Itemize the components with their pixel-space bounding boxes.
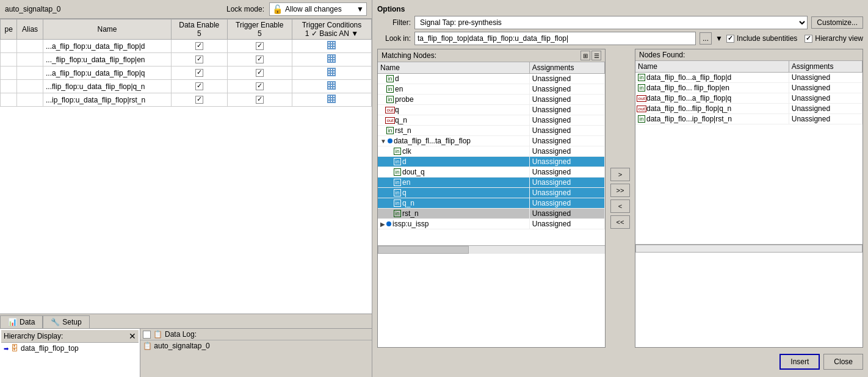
- col-trigger-enable: Trigger Enable5: [227, 20, 292, 40]
- table-row[interactable]: inen Unassigned: [378, 84, 605, 95]
- filter-select[interactable]: Signal Tap: pre-synthesis: [414, 16, 808, 29]
- trigger-cond-icon: [327, 95, 336, 103]
- table-row[interactable]: ...ip_flop:u_data_flip_flop|rst_n: [1, 93, 372, 107]
- table-row[interactable]: indata_flip_flo... flip_flop|en Unassign…: [635, 83, 863, 93]
- data-enable-cb[interactable]: [195, 42, 203, 50]
- hierarchy-view-cb[interactable]: ✓: [805, 35, 812, 43]
- data-enable-cb[interactable]: [195, 96, 203, 104]
- data-log-item[interactable]: 📋 auto_signaltap_0: [140, 340, 372, 351]
- table-row[interactable]: inclk Unassigned: [378, 146, 605, 157]
- table-row[interactable]: inen Unassigned: [378, 178, 605, 188]
- table-row[interactable]: ...flip_flop:u_data_flip_flop|q_n: [1, 80, 372, 93]
- table-row[interactable]: ind Unassigned: [378, 157, 605, 167]
- table-row[interactable]: ...a_flip_flop:u_data_flip_flop|q: [1, 66, 372, 80]
- table-row[interactable]: ▶ issp:u_issp Unassigned: [378, 219, 605, 229]
- hierarchy-display-title: Hierarchy Display:: [4, 332, 63, 340]
- table-row[interactable]: outq Unassigned: [378, 105, 605, 115]
- matching-nodes-scroll[interactable]: Name Assignments ind Unassigned inen Una…: [378, 62, 605, 245]
- matching-view-btn1[interactable]: ⊞: [580, 51, 590, 60]
- transfer-left-btn[interactable]: <: [610, 199, 630, 213]
- table-row[interactable]: ind Unassigned: [378, 74, 605, 84]
- hierarchy-view-label[interactable]: ✓ Hierarchy view: [805, 34, 863, 43]
- include-subentities-cb[interactable]: ✓: [726, 35, 734, 43]
- matching-nodes-header: Matching Nodes: ⊞ ☰: [378, 49, 605, 62]
- col-trigger-conditions: Trigger Conditions1 ✓ Basic AN ▼: [292, 20, 371, 40]
- expand-arrow[interactable]: ▶: [380, 221, 385, 228]
- table-row[interactable]: indata_flip_flo...a_flip_flop|d Unassign…: [635, 73, 863, 83]
- filter-label: Filter:: [377, 18, 411, 27]
- trigger-enable-cb[interactable]: [256, 82, 264, 90]
- output-icon: out: [386, 106, 394, 113]
- trigger-enable-cb[interactable]: [256, 69, 264, 77]
- trigger-enable-cb[interactable]: [256, 42, 264, 50]
- matching-nodes-table: Name Assignments ind Unassigned inen Una…: [378, 62, 605, 229]
- output-icon: out: [638, 95, 645, 102]
- hierarchy-item[interactable]: ➡ 🗄 data_flip_flop_top: [1, 343, 139, 354]
- nodes-found-scroll[interactable]: Name Assignments indata_flip_flo...a_fli…: [635, 61, 863, 244]
- trigger-enable-cb[interactable]: [256, 56, 264, 63]
- options-checkboxes: ✓ Include subentities ✓ Hierarchy view: [726, 34, 863, 43]
- table-row[interactable]: ...a_flip_flop:u_data_flip_flop|d: [1, 40, 372, 53]
- data-enable-cb[interactable]: [195, 69, 203, 77]
- insert-button[interactable]: Insert: [779, 354, 820, 370]
- found-name-header: Name: [635, 61, 789, 73]
- lock-mode-label: Lock mode:: [226, 5, 264, 13]
- close-button[interactable]: Close: [823, 354, 863, 370]
- lookin-input[interactable]: [414, 32, 696, 45]
- transfer-left-all-btn[interactable]: <<: [610, 215, 630, 229]
- node-name-cell: ...ip_flop:u_data_flip_flop|rst_n: [43, 93, 171, 107]
- hierarchy-arrow-icon: ➡: [4, 345, 9, 352]
- customize-button[interactable]: Customize...: [811, 16, 863, 29]
- col-type: pe: [1, 20, 17, 40]
- data-enable-cb[interactable]: [195, 82, 203, 90]
- col-alias: Alias: [17, 20, 43, 40]
- dropdown-icon: ▼: [715, 34, 723, 43]
- table-row[interactable]: outq_n Unassigned: [378, 115, 605, 126]
- bottom-tabs: 📊 Data 🔧 Setup: [0, 314, 372, 328]
- include-subentities-label[interactable]: ✓ Include subentities: [726, 34, 797, 43]
- found-scrollbar-h[interactable]: [635, 244, 863, 253]
- data-tab-icon: 📊: [8, 318, 17, 326]
- input-icon: in: [386, 75, 394, 82]
- hierarchy-item-label: data_flip_flop_top: [21, 344, 79, 353]
- transfer-right-all-btn[interactable]: >>: [610, 184, 630, 197]
- data-log-file-icon: 📋: [143, 342, 152, 350]
- trigger-cond-icon: [327, 81, 336, 90]
- right-panel: Options Filter: Signal Tap: pre-synthesi…: [372, 0, 868, 377]
- data-enable-cb[interactable]: [195, 56, 203, 63]
- trigger-cond-icon: [327, 41, 336, 49]
- matching-scrollbar-h[interactable]: [378, 245, 605, 254]
- panel-icons: ⊞ ☰: [580, 51, 601, 60]
- table-row[interactable]: indout_q Unassigned: [378, 167, 605, 178]
- hierarchy-view-text: Hierarchy view: [815, 34, 863, 43]
- table-row[interactable]: inq_n Unassigned: [378, 198, 605, 209]
- input-icon: in: [394, 210, 401, 217]
- input-icon: in: [394, 168, 401, 176]
- matching-view-btn2[interactable]: ☰: [591, 51, 601, 60]
- table-row[interactable]: inrst_n Unassigned: [378, 126, 605, 136]
- lock-mode-select[interactable]: 🔓 Allow all changes ▼: [269, 2, 367, 16]
- table-row[interactable]: inq Unassigned: [378, 188, 605, 198]
- table-row[interactable]: inprobe Unassigned: [378, 95, 605, 105]
- main-table-container: pe Alias Name Data Enable5 Trigger Enabl…: [0, 19, 372, 314]
- input-icon: in: [638, 115, 645, 123]
- browse-button[interactable]: ...: [700, 32, 712, 45]
- data-tab-label: Data: [20, 318, 35, 326]
- transfer-right-btn[interactable]: >: [610, 168, 630, 181]
- tab-data[interactable]: 📊 Data: [0, 315, 43, 328]
- expand-arrow[interactable]: ▼: [380, 138, 386, 145]
- tab-setup[interactable]: 🔧 Setup: [43, 315, 89, 328]
- table-row[interactable]: outdata_flip_flo...flip_flop|q_n Unassig…: [635, 104, 863, 114]
- hierarchy-close-btn[interactable]: ✕: [129, 331, 136, 341]
- data-log-checkbox[interactable]: [143, 331, 151, 339]
- table-row[interactable]: ..._flip_flop:u_data_flip_flop|en: [1, 53, 372, 66]
- transfer-buttons: > >> < <<: [608, 49, 632, 348]
- table-row[interactable]: outdata_flip_flo...a_flip_flop|q Unassig…: [635, 93, 863, 104]
- bottom-bar: Insert Close: [377, 351, 863, 372]
- trigger-enable-cb[interactable]: [256, 96, 264, 104]
- table-row[interactable]: ▼ data_flip_fl...ta_flip_flop Unassigned: [378, 136, 605, 146]
- trigger-cond-icon: [327, 54, 336, 63]
- node-name-cell: ...a_flip_flop:u_data_flip_flop|q: [43, 66, 171, 80]
- table-row[interactable]: inrst_n Unassigned: [378, 209, 605, 219]
- table-row[interactable]: indata_flip_flo...ip_flop|rst_n Unassign…: [635, 114, 863, 124]
